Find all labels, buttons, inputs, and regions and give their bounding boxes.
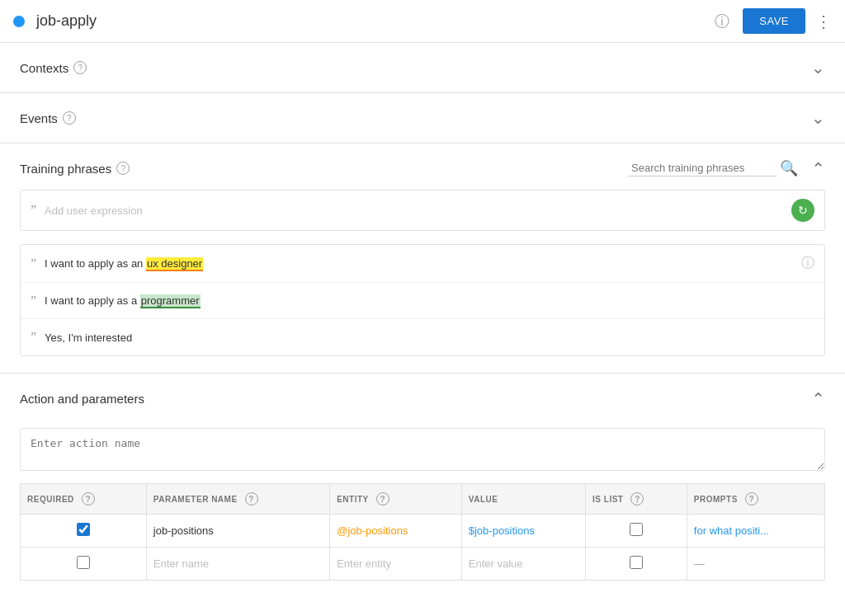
phrase-text: Yes, I'm interested [45, 332, 814, 344]
phrase-row[interactable]: ” I want to apply as an ux designer ⓘ [21, 245, 824, 283]
prompts-cell-empty: — [687, 548, 824, 581]
quote-icon: ” [31, 330, 36, 345]
entity-value: @job-positions [337, 524, 408, 537]
phrase-info-icon[interactable]: ⓘ [801, 255, 814, 272]
required-checkbox-empty[interactable] [77, 556, 90, 569]
is-list-cell [586, 515, 687, 548]
is-list-help-icon[interactable]: ? [630, 492, 644, 505]
enter-value-placeholder: Enter value [469, 557, 523, 570]
action-parameters-title: Action and parameters [20, 392, 144, 406]
save-button[interactable]: SAVE [743, 8, 805, 34]
add-expression-box[interactable]: ” Add user expression ↻ [20, 190, 825, 231]
is-list-checkbox-empty[interactable] [630, 556, 643, 569]
highlight-programmer: programmer [140, 294, 201, 308]
search-input[interactable] [628, 160, 777, 176]
entity-cell-empty: Enter entity [330, 548, 462, 581]
phrase-row[interactable]: ” Yes, I'm interested [21, 319, 824, 355]
parameters-table: REQUIRED ? PARAMETER NAME ? ENTITY ? [20, 483, 825, 581]
required-help-icon[interactable]: ? [82, 492, 95, 505]
value-text: $job-positions [469, 524, 535, 537]
training-phrases-help-icon[interactable]: ? [116, 162, 130, 175]
is-list-checkbox[interactable] [630, 523, 643, 536]
required-cell [21, 548, 147, 581]
training-phrases-chevron-icon[interactable]: ⌄ [811, 158, 825, 178]
events-help-icon[interactable]: ? [63, 111, 76, 125]
entity-cell: @job-positions [330, 515, 462, 548]
dash-text: — [694, 557, 705, 570]
table-row: job-positions @job-positions $job-positi… [21, 515, 825, 548]
phrase-text: I want to apply as an ux designer [45, 257, 801, 270]
quote-icon: ” [31, 256, 36, 271]
contexts-chevron-icon[interactable]: ⌄ [811, 58, 825, 78]
is-list-cell-empty [586, 548, 687, 581]
value-cell: $job-positions [461, 515, 585, 548]
search-area: 🔍 [628, 159, 798, 177]
search-icon[interactable]: 🔍 [780, 159, 798, 177]
enter-entity-placeholder: Enter entity [337, 557, 391, 570]
value-cell-empty: Enter value [461, 548, 585, 581]
events-section: Events ? ⌄ [0, 93, 845, 143]
contexts-help-icon[interactable]: ? [73, 61, 87, 74]
contexts-title: Contexts [20, 61, 68, 75]
prompts-link[interactable]: for what positi... [694, 524, 769, 537]
prompts-cell: for what positi... [687, 515, 824, 548]
entity-help-icon[interactable]: ? [376, 492, 389, 505]
more-options-icon[interactable]: ⋮ [815, 12, 832, 31]
contexts-section: Contexts ? ⌄ [0, 43, 845, 93]
parameter-name-cell-empty: Enter name [146, 548, 329, 581]
table-row: Enter name Enter entity Enter value — [21, 548, 825, 581]
training-phrases-title: Training phrases [20, 162, 111, 176]
contexts-header[interactable]: Contexts ? ⌄ [20, 43, 825, 92]
parameter-name-help-icon[interactable]: ? [245, 492, 258, 505]
page-title: job-apply [36, 12, 715, 30]
col-required: REQUIRED ? [21, 484, 147, 515]
action-parameters-section: Action and parameters ⌄ REQUIRED ? PARAM… [0, 374, 845, 581]
phrases-list: ” I want to apply as an ux designer ⓘ ” … [20, 244, 825, 356]
expression-placeholder: Add user expression [45, 205, 791, 217]
action-parameters-header[interactable]: Action and parameters ⌄ [20, 374, 825, 415]
training-phrases-section: Training phrases ? 🔍 ⌄ ” Add user expres… [0, 143, 845, 374]
quote-icon: ” [31, 294, 36, 308]
phrase-row[interactable]: ” I want to apply as a programmer [21, 283, 824, 319]
highlight-ux-designer: ux designer [146, 257, 203, 271]
header: job-apply ⓘ SAVE ⋮ [0, 0, 845, 43]
col-prompts: PROMPTS ? [687, 484, 824, 515]
table-header-row: REQUIRED ? PARAMETER NAME ? ENTITY ? [21, 484, 825, 515]
phrase-text: I want to apply as a programmer [45, 294, 814, 307]
quote-icon: ” [31, 203, 36, 218]
action-parameters-chevron-icon[interactable]: ⌄ [811, 388, 825, 408]
prompts-help-icon[interactable]: ? [745, 492, 758, 505]
training-title-area: Training phrases ? [20, 162, 130, 176]
status-dot [13, 16, 25, 27]
col-entity: ENTITY ? [330, 484, 462, 515]
col-is-list: IS LIST ? [586, 484, 687, 515]
required-cell [21, 515, 147, 548]
required-checkbox[interactable] [77, 523, 90, 536]
events-title: Events [20, 111, 58, 125]
enter-name-placeholder: Enter name [153, 557, 209, 570]
parameter-name-value: job-positions [153, 524, 214, 537]
sync-icon[interactable]: ↻ [791, 199, 814, 222]
training-phrases-header: Training phrases ? 🔍 ⌄ [20, 143, 825, 190]
col-value: VALUE [461, 484, 585, 515]
events-header[interactable]: Events ? ⌄ [20, 93, 825, 143]
parameter-name-cell: job-positions [146, 515, 329, 548]
action-name-input[interactable] [20, 428, 825, 471]
col-parameter-name: PARAMETER NAME ? [146, 484, 329, 515]
events-chevron-icon[interactable]: ⌄ [811, 108, 825, 128]
info-icon[interactable]: ⓘ [715, 12, 729, 31]
